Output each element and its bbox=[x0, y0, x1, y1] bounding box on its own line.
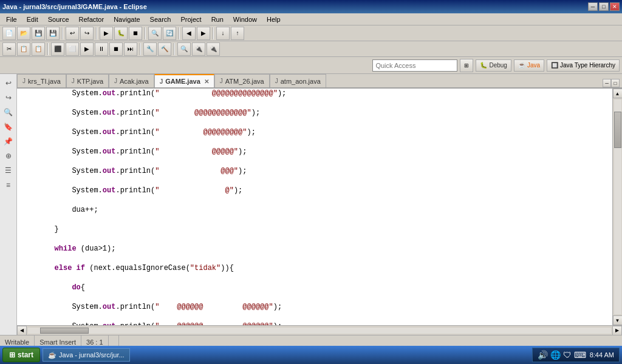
scroll-left-btn[interactable]: ◀ bbox=[17, 326, 27, 335]
new-button[interactable]: 📄 bbox=[2, 27, 16, 40]
tab-close-game[interactable]: ✕ bbox=[204, 78, 209, 85]
tray-icon-4: ⌨ bbox=[574, 350, 586, 360]
tab-label-ktp: KTP.java bbox=[77, 78, 103, 85]
quick-access-input[interactable] bbox=[372, 59, 457, 72]
menu-help[interactable]: Help bbox=[262, 13, 285, 25]
t2-btn6[interactable]: ▶ bbox=[80, 42, 94, 56]
maximize-editor-btn2[interactable]: □ bbox=[611, 79, 620, 87]
window-title: Java - jurnal3/src/jurnal3/GAME.java - E… bbox=[2, 3, 147, 10]
maximize-editor-btn[interactable]: ⊞ bbox=[460, 59, 473, 72]
tab-krs[interactable]: J krs_TI.java bbox=[17, 74, 66, 87]
tray-icon-1: 🔊 bbox=[538, 350, 548, 360]
menu-project[interactable]: Project bbox=[176, 13, 206, 25]
minimize-button[interactable]: ─ bbox=[588, 2, 598, 11]
t2-btn8[interactable]: ⏹ bbox=[109, 42, 123, 56]
quick-access-bar: ⊞ 🐛 Debug ☕ Java 🔲 Java Type Hierarchy bbox=[0, 57, 622, 74]
back-btn[interactable]: ◀ bbox=[182, 27, 196, 40]
menu-window[interactable]: Window bbox=[228, 13, 262, 25]
java-perspective-btn[interactable]: ☕ Java bbox=[514, 59, 544, 72]
menu-search[interactable]: Search bbox=[145, 13, 176, 25]
search-btn[interactable]: 🔍 bbox=[148, 27, 162, 40]
next-annot-btn[interactable]: ↓ bbox=[216, 27, 230, 40]
t2-btn2[interactable]: 📋 bbox=[17, 42, 30, 56]
menu-source[interactable]: Source bbox=[43, 13, 74, 25]
tab-atmaon[interactable]: J atm_aon.java bbox=[270, 74, 326, 87]
run-button[interactable]: ▶ bbox=[100, 27, 113, 40]
t2-btn3[interactable]: 📋 bbox=[32, 42, 45, 56]
stop-button[interactable]: ⏹ bbox=[129, 27, 142, 40]
t2-btn11[interactable]: 🔨 bbox=[158, 42, 171, 56]
tab-atm26[interactable]: J ATM_26.java bbox=[214, 74, 270, 87]
sidebar-icon-plus[interactable]: ⊕ bbox=[2, 149, 15, 163]
t2-btn13[interactable]: 🔌 bbox=[192, 42, 205, 56]
tab-game[interactable]: J GAME.java ✕ bbox=[154, 74, 214, 87]
menu-file[interactable]: File bbox=[1, 13, 22, 25]
minimize-editor-btn[interactable]: ─ bbox=[603, 79, 611, 87]
menu-navigate[interactable]: Navigate bbox=[109, 13, 145, 25]
java-icon: ☕ bbox=[518, 62, 525, 69]
sidebar-icon-pin[interactable]: 📌 bbox=[2, 135, 15, 148]
redo-button[interactable]: ↪ bbox=[80, 27, 94, 40]
debug-icon: 🐛 bbox=[480, 62, 487, 69]
scroll-up-btn[interactable]: ▲ bbox=[613, 89, 623, 98]
t2-btn10[interactable]: 🔧 bbox=[143, 42, 157, 56]
undo-button[interactable]: ↩ bbox=[66, 27, 79, 40]
code-editor[interactable]: System.out.println(" @@@@@@@@@@@@@@"); S… bbox=[17, 89, 622, 325]
toolbar-1: 📄 📂 💾 💾 ↩ ↪ ▶ 🐛 ⏹ 🔍 🔄 ◀ ▶ ↓ ↑ bbox=[0, 25, 622, 41]
horizontal-scrollbar[interactable]: ◀ ▶ bbox=[17, 325, 622, 335]
t2-btn12[interactable]: 🔍 bbox=[177, 42, 191, 56]
t2-btn1[interactable]: ✂ bbox=[2, 42, 16, 56]
t2-btn14[interactable]: 🔌 bbox=[207, 42, 220, 56]
scroll-down-btn[interactable]: ▼ bbox=[613, 315, 623, 325]
taskbar-eclipse-item[interactable]: ☕ Java - jurnal3/src/jur... bbox=[43, 348, 130, 362]
t2-btn7[interactable]: ⏸ bbox=[95, 42, 108, 56]
tab-controls: ─ □ bbox=[326, 79, 622, 87]
sidebar-icon-arrow[interactable]: ↩ bbox=[2, 76, 15, 90]
sidebar-icon-arrow2[interactable]: ↪ bbox=[2, 91, 15, 104]
tab-label-game: GAME.java bbox=[165, 78, 200, 85]
save-button[interactable]: 💾 bbox=[32, 27, 45, 40]
forward-btn[interactable]: ▶ bbox=[197, 27, 210, 40]
vertical-scrollbar[interactable]: ▲ ▼ bbox=[612, 89, 622, 325]
tray-icons: 🔊 🌐 🛡 ⌨ bbox=[538, 350, 586, 360]
t2-btn4[interactable]: ⬛ bbox=[51, 42, 64, 56]
tab-icon-ktp: J bbox=[72, 78, 75, 84]
sidebar-icon-menu[interactable]: ≡ bbox=[2, 178, 15, 192]
menu-refactor[interactable]: Refactor bbox=[74, 13, 109, 25]
hierarchy-perspective-btn[interactable]: 🔲 Java Type Hierarchy bbox=[547, 59, 620, 72]
sidebar-icon-list[interactable]: ☰ bbox=[2, 164, 15, 177]
t2-btn5[interactable]: ⬜ bbox=[66, 42, 79, 56]
debug-perspective-btn[interactable]: 🐛 Debug bbox=[476, 59, 511, 72]
scroll-thumb[interactable] bbox=[614, 112, 621, 148]
t2-btn9[interactable]: ⏭ bbox=[124, 42, 137, 56]
sidebar-icon-bookmark[interactable]: 🔖 bbox=[2, 120, 15, 133]
h-scroll-track[interactable] bbox=[28, 328, 611, 334]
debug-button[interactable]: 🐛 bbox=[114, 27, 128, 40]
start-button[interactable]: ⊞ start bbox=[2, 348, 40, 362]
writable-label: Writable bbox=[5, 339, 29, 346]
menu-edit[interactable]: Edit bbox=[22, 13, 43, 25]
h-scroll-thumb[interactable] bbox=[40, 328, 89, 334]
tab-icon-game: J bbox=[160, 78, 163, 85]
tab-acak[interactable]: J Acak.java bbox=[109, 74, 154, 87]
open-button[interactable]: 📂 bbox=[17, 27, 30, 40]
prev-annot-btn[interactable]: ↑ bbox=[231, 27, 244, 40]
menu-bar: File Edit Source Refactor Navigate Searc… bbox=[0, 13, 622, 25]
editor-area: ↩ ↪ 🔍 🔖 📌 ⊕ ☰ ≡ J krs_TI.java J KTP.java… bbox=[0, 74, 622, 335]
hierarchy-label: Java Type Hierarchy bbox=[560, 62, 615, 69]
scroll-track[interactable] bbox=[614, 99, 621, 314]
separator-2 bbox=[96, 27, 97, 39]
scroll-right-btn[interactable]: ▶ bbox=[612, 326, 622, 335]
code-content[interactable]: System.out.println(" @@@@@@@@@@@@@@"); S… bbox=[17, 89, 612, 325]
tray-icon-2: 🌐 bbox=[550, 350, 561, 360]
tab-ktp[interactable]: J KTP.java bbox=[66, 74, 109, 87]
tab-icon-krs: J bbox=[22, 78, 26, 84]
maximize-button[interactable]: □ bbox=[599, 2, 609, 11]
sidebar-icon-search[interactable]: 🔍 bbox=[2, 106, 15, 119]
tab-label-atm26: ATM_26.java bbox=[225, 78, 264, 85]
menu-run[interactable]: Run bbox=[207, 13, 228, 25]
refresh-btn[interactable]: 🔄 bbox=[163, 27, 176, 40]
tab-label-atmaon: atm_aon.java bbox=[281, 78, 321, 85]
close-button[interactable]: ✕ bbox=[610, 2, 620, 11]
save-all-button[interactable]: 💾 bbox=[46, 27, 60, 40]
